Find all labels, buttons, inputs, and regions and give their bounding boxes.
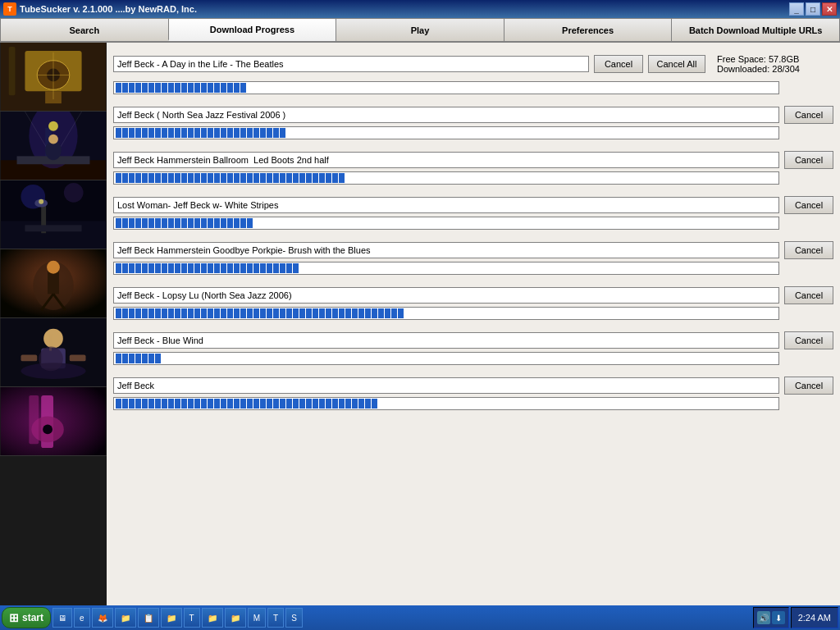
- download-item-7: Cancel: [113, 331, 833, 365]
- app-icon: T: [3, 2, 16, 16]
- maximize-button[interactable]: □: [806, 2, 820, 16]
- svg-point-45: [43, 424, 52, 434]
- download-row-8: Cancel: [113, 377, 833, 395]
- cancel-button-7[interactable]: Cancel: [784, 331, 833, 349]
- start-button[interactable]: ⊞ start: [2, 607, 51, 628]
- title-bar-left: T TubeSucker v. 2.1.000 ....by NewRAD, I…: [3, 2, 197, 16]
- thumbnail-4: [0, 249, 107, 318]
- tab-preferences[interactable]: Preferences: [504, 18, 672, 41]
- taskbar-item-4[interactable]: 📁: [115, 608, 136, 628]
- download-row-6: Cancel: [113, 286, 833, 304]
- download-row-1: Cancel Cancel All Free Space: 57.8GB Dow…: [113, 49, 833, 79]
- taskbar-item-1-icon: 🖥: [58, 614, 66, 623]
- svg-point-30: [47, 261, 60, 274]
- progress-bar-4: [113, 217, 779, 230]
- download-item-2: Cancel: [113, 106, 833, 139]
- taskbar-item-7[interactable]: T: [184, 608, 200, 628]
- downloaded-label: Downloaded: 28/304: [717, 64, 827, 74]
- tab-download-progress[interactable]: Download Progress: [168, 18, 336, 41]
- download-row-5: Cancel: [113, 241, 833, 259]
- taskbar: ⊞ start 🖥 e 🦊 📁 📋 📁 T 📁 📁 M: [0, 605, 840, 630]
- progress-bar-2: [113, 126, 779, 139]
- progress-bar-1: [113, 81, 779, 94]
- taskbar-item-12[interactable]: S: [285, 608, 303, 628]
- ie-icon: e: [80, 614, 84, 623]
- cancel-button-5[interactable]: Cancel: [784, 241, 833, 259]
- download-title-7[interactable]: [113, 332, 779, 349]
- svg-point-24: [39, 199, 43, 204]
- svg-point-40: [39, 347, 63, 372]
- download-item-8: Cancel: [113, 377, 833, 410]
- tab-batch-download[interactable]: Batch Download Multiple URLs: [671, 18, 840, 41]
- download-row-3: Cancel: [113, 151, 833, 169]
- tray-icon-1: 🔊: [757, 611, 770, 624]
- cancel-all-button[interactable]: Cancel All: [648, 55, 705, 73]
- download-title-3[interactable]: [113, 152, 779, 168]
- download-row-2: Cancel: [113, 106, 833, 124]
- svg-point-34: [43, 329, 63, 349]
- close-button[interactable]: ✕: [822, 2, 837, 16]
- svg-rect-46: [29, 395, 39, 444]
- download-title-5[interactable]: [113, 242, 779, 258]
- taskbar-clock: 2:24 AM: [791, 607, 838, 628]
- cancel-button-2[interactable]: Cancel: [784, 106, 833, 124]
- taskbar-item-3[interactable]: 🦊: [92, 608, 113, 628]
- progress-bar-5: [113, 262, 779, 275]
- taskbar-item-9[interactable]: 📁: [225, 608, 246, 628]
- sys-tray: 🔊 ⬇: [753, 607, 789, 628]
- download-row-7: Cancel: [113, 331, 833, 349]
- download-title-4[interactable]: [113, 197, 779, 213]
- cancel-button-4[interactable]: Cancel: [784, 196, 833, 214]
- cancel-button-6[interactable]: Cancel: [784, 286, 833, 304]
- download-item-5: Cancel: [113, 241, 833, 275]
- download-row-4: Cancel: [113, 196, 833, 214]
- thumbnail-1: [0, 43, 107, 112]
- svg-point-21: [64, 183, 84, 203]
- download-title-2[interactable]: [113, 107, 779, 123]
- svg-rect-38: [70, 354, 86, 361]
- taskbar-item-2[interactable]: e: [74, 608, 90, 628]
- svg-point-12: [48, 121, 58, 131]
- thumbnail-3: [0, 180, 107, 249]
- svg-point-17: [48, 135, 58, 144]
- minimize-button[interactable]: _: [789, 2, 804, 16]
- taskbar-item-1[interactable]: 🖥: [52, 608, 72, 628]
- cancel-button-3[interactable]: Cancel: [784, 151, 833, 169]
- taskbar-item-10[interactable]: M: [248, 608, 266, 628]
- title-bar: T TubeSucker v. 2.1.000 ....by NewRAD, I…: [0, 0, 840, 18]
- progress-bar-3: [113, 171, 779, 185]
- download-title-8[interactable]: [113, 377, 779, 394]
- cancel-button-1[interactable]: Cancel: [594, 55, 643, 73]
- tab-search[interactable]: Search: [0, 18, 168, 41]
- taskbar-item-11[interactable]: T: [267, 608, 284, 628]
- window-controls: _ □ ✕: [789, 2, 837, 16]
- download-title-6[interactable]: [113, 287, 779, 304]
- tab-play[interactable]: Play: [336, 18, 504, 41]
- download-item-6: Cancel: [113, 286, 833, 320]
- download-item-3: Cancel: [113, 151, 833, 185]
- nav-tabs: Search Download Progress Play Preference…: [0, 18, 840, 43]
- firefox-icon: 🦊: [98, 614, 107, 623]
- thumbnail-sidebar: [0, 43, 107, 605]
- svg-rect-7: [9, 47, 16, 95]
- tray-icon-2: ⬇: [772, 611, 785, 624]
- thumbnail-2: [0, 112, 107, 180]
- progress-bar-6: [113, 307, 779, 320]
- app-title: TubeSucker v. 2.1.000 ....by NewRAD, Inc…: [20, 4, 197, 14]
- cancel-button-8[interactable]: Cancel: [784, 377, 833, 395]
- taskbar-item-8[interactable]: 📁: [202, 608, 223, 628]
- free-space-label: Free Space: 57.8GB: [717, 54, 827, 64]
- taskbar-item-6[interactable]: 📁: [161, 608, 182, 628]
- download-item-4: Cancel: [113, 196, 833, 230]
- thumbnail-6: [0, 387, 107, 456]
- svg-rect-37: [21, 354, 37, 361]
- taskbar-item-5[interactable]: 📋: [138, 608, 159, 628]
- main-content: Cancel Cancel All Free Space: 57.8GB Dow…: [0, 43, 840, 605]
- info-panel: Free Space: 57.8GB Downloaded: 28/304: [710, 49, 833, 79]
- taskbar-items: 🖥 e 🦊 📁 📋 📁 T 📁 📁 M T: [52, 608, 751, 628]
- svg-rect-25: [25, 225, 81, 231]
- progress-bar-7: [113, 352, 779, 365]
- download-list[interactable]: Cancel Cancel All Free Space: 57.8GB Dow…: [107, 43, 840, 605]
- thumbnail-5: [0, 318, 107, 387]
- download-title-1[interactable]: [113, 56, 589, 72]
